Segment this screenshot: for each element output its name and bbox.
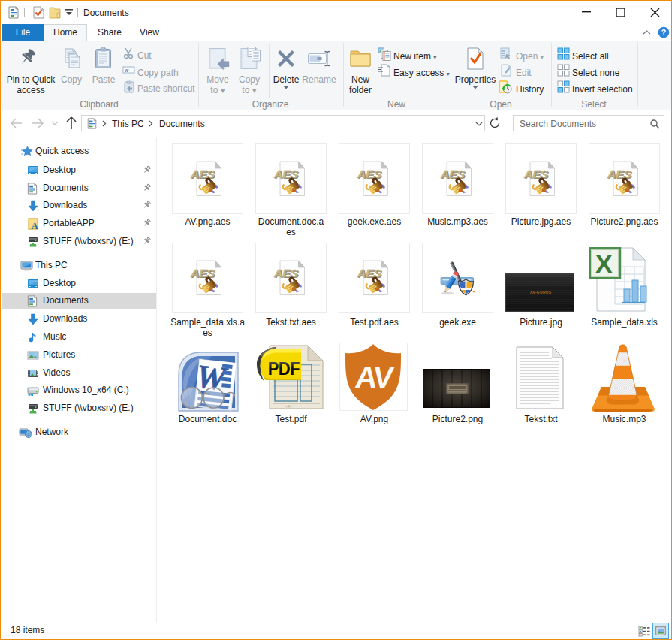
svg-text:A: A [32,220,39,230]
svg-text:?: ? [661,28,666,37]
